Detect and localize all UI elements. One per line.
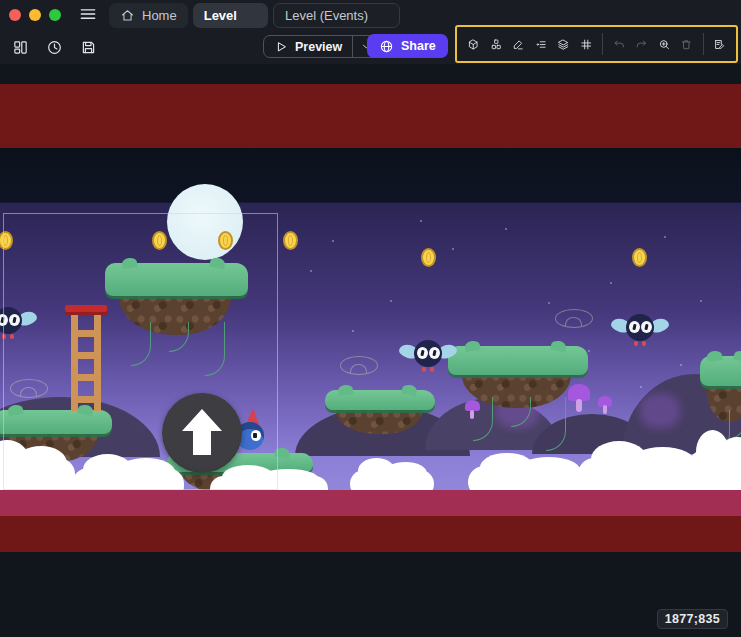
island-platform[interactable]	[448, 346, 588, 408]
enemy-fly[interactable]	[612, 312, 668, 352]
star	[332, 240, 334, 242]
toolbar-divider	[703, 33, 704, 55]
window-close-button[interactable]	[9, 9, 21, 21]
history-button[interactable]	[42, 35, 67, 60]
edit-button[interactable]	[510, 34, 527, 55]
star	[505, 228, 507, 230]
ghost-outline-object[interactable]	[340, 356, 378, 375]
tab-label: Level	[204, 8, 237, 23]
scene-properties-button[interactable]	[711, 34, 728, 55]
ground-band-red	[0, 516, 741, 552]
close-icon[interactable]	[244, 9, 257, 22]
tab-level[interactable]: Level	[193, 3, 268, 28]
star	[588, 350, 590, 352]
tab-label: Level (Events)	[285, 8, 368, 23]
coin[interactable]	[632, 248, 647, 267]
gdevelop-window: HomeLevelLevel (Events) Preview Share 18…	[0, 0, 741, 637]
star	[700, 300, 702, 302]
tab-home[interactable]: Home	[109, 3, 188, 28]
grid-button[interactable]	[578, 34, 595, 55]
toolbar-divider	[602, 33, 603, 55]
hamburger-icon	[78, 4, 98, 24]
glow-plant	[640, 394, 680, 428]
island-platform[interactable]	[700, 356, 741, 422]
tab-level-events[interactable]: Level (Events)	[273, 3, 400, 28]
star	[390, 300, 392, 302]
selection-rectangle[interactable]	[3, 213, 278, 490]
coin[interactable]	[283, 231, 298, 250]
preview-label: Preview	[295, 40, 342, 54]
preview-button[interactable]: Preview	[264, 36, 353, 57]
instances-list-button[interactable]	[533, 34, 550, 55]
star	[352, 330, 354, 332]
star	[664, 236, 666, 238]
globe-icon	[379, 39, 394, 54]
ground-band-crimson	[0, 490, 741, 516]
objects-panel-button[interactable]	[465, 34, 482, 55]
delete-button	[678, 34, 695, 55]
mushroom[interactable]	[598, 396, 612, 414]
undo-button	[611, 34, 628, 55]
star	[548, 302, 550, 304]
preview-button-group: Preview	[263, 35, 381, 58]
share-label: Share	[401, 39, 436, 53]
island-platform[interactable]	[325, 390, 435, 434]
object-groups-button[interactable]	[488, 34, 505, 55]
project-panels-button[interactable]	[8, 35, 33, 60]
window-minimize-button[interactable]	[29, 9, 41, 21]
zoom-in-button[interactable]	[656, 34, 673, 55]
save-button[interactable]	[76, 35, 101, 60]
close-icon[interactable]	[375, 9, 388, 22]
star	[420, 220, 422, 222]
tab-label: Home	[142, 8, 177, 23]
ghost-outline-object[interactable]	[555, 309, 593, 328]
toolbar-left-buttons	[8, 30, 101, 64]
highlighted-tool-strip	[455, 25, 738, 63]
redo-button	[633, 34, 650, 55]
enemy-fly[interactable]	[400, 338, 456, 378]
star	[610, 282, 612, 284]
star	[640, 386, 642, 388]
star	[310, 270, 312, 272]
hamburger-menu-button[interactable]	[75, 2, 101, 28]
star	[452, 248, 454, 250]
ceiling-band	[0, 84, 741, 148]
window-maximize-button[interactable]	[49, 9, 61, 21]
play-icon	[274, 40, 288, 54]
star	[680, 364, 682, 366]
layers-button[interactable]	[555, 34, 572, 55]
game-scene	[0, 64, 741, 637]
toolbar: Preview Share	[0, 30, 741, 64]
cursor-coordinates: 1877;835	[657, 609, 728, 629]
tab-bar: HomeLevelLevel (Events)	[109, 0, 400, 30]
share-button[interactable]: Share	[367, 34, 448, 58]
coin[interactable]	[421, 248, 436, 267]
home-icon	[120, 8, 135, 23]
scene-editor-canvas[interactable]: 1877;835	[0, 64, 741, 637]
